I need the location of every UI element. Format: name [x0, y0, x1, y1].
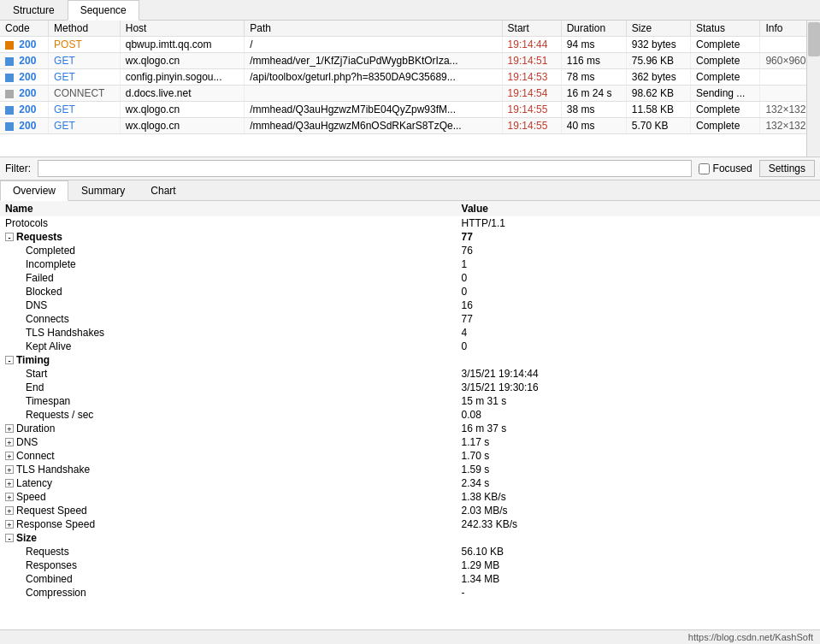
- summary-row: Connects 77: [0, 312, 820, 326]
- summary-group-name: -Requests: [0, 230, 457, 244]
- summary-row[interactable]: +Request Speed 2.03 MB/s: [0, 504, 820, 517]
- cell-host: d.docs.live.net: [120, 86, 245, 102]
- summary-row[interactable]: +Duration 16 m 37 s: [0, 422, 820, 435]
- col-header-status: Status: [690, 21, 759, 37]
- summary-row[interactable]: +Response Speed 242.33 KB/s: [0, 517, 820, 531]
- summary-cell-value: 3/15/21 19:30:16: [457, 381, 820, 394]
- table-row[interactable]: 200 GET wx.qlogo.cn /mmhead/ver_1/KfZj7i…: [0, 53, 820, 69]
- summary-cell-name: TLS Handshakes: [0, 326, 457, 340]
- filter-bar: Filter: Focused Settings: [0, 157, 820, 180]
- tab-summary[interactable]: Summary: [68, 180, 138, 200]
- table-row[interactable]: 200 GET wx.qlogo.cn /mmhead/Q3auHgzwzM7i…: [0, 102, 820, 118]
- summary-cell-name: +Connect: [0, 449, 457, 463]
- cell-size: 5.70 KB: [626, 118, 690, 134]
- summary-cell-value: 2.03 MB/s: [457, 504, 820, 517]
- summary-cell-name: Combined: [0, 572, 457, 586]
- table-row[interactable]: 200 POST qbwup.imtt.qq.com / 19:14:44 94…: [0, 37, 820, 53]
- tab-sequence[interactable]: Sequence: [68, 0, 139, 21]
- filter-label: Filter:: [5, 162, 31, 174]
- cell-status: Sending ...: [690, 86, 759, 102]
- table-row[interactable]: 200 GET wx.qlogo.cn /mmhead/Q3auHgzwzM6n…: [0, 118, 820, 134]
- focused-checkbox[interactable]: [699, 163, 710, 174]
- status-bar: https://blog.csdn.net/KashSoft: [0, 629, 820, 644]
- summary-row: Responses 1.29 MB: [0, 558, 820, 572]
- cell-start: 19:14:51: [502, 53, 561, 69]
- summary-group-value: [457, 353, 820, 367]
- summary-group-header[interactable]: -Requests 77: [0, 230, 820, 244]
- summary-row[interactable]: +Connect 1.70 s: [0, 449, 820, 463]
- summary-cell-value: 242.33 KB/s: [457, 517, 820, 531]
- summary-cell-name: Blocked: [0, 285, 457, 298]
- requests-table: Code Method Host Path Start Duration Siz…: [0, 21, 820, 134]
- cell-path: /api/toolbox/geturl.php?h=8350DA9C35689.…: [245, 69, 502, 86]
- cell-start: 19:14:55: [502, 102, 561, 118]
- summary-cell-value: 0.08: [457, 408, 820, 422]
- cell-code: 200: [0, 53, 49, 69]
- summary-group-value: 77: [457, 230, 820, 244]
- tab-chart[interactable]: Chart: [138, 180, 188, 200]
- cell-path: /mmhead/Q3auHgzwzM6nOSdRKarS8TzQe...: [245, 118, 502, 134]
- cell-status: Complete: [690, 37, 759, 53]
- requests-table-area: Code Method Host Path Start Duration Siz…: [0, 21, 820, 157]
- cell-size: 11.58 KB: [626, 102, 690, 118]
- cell-duration: 94 ms: [561, 37, 626, 53]
- summary-row: Compression -: [0, 586, 820, 600]
- summary-cell-name: Completed: [0, 244, 457, 257]
- summary-row: Completed 76: [0, 244, 820, 257]
- summary-row: Combined 1.34 MB: [0, 572, 820, 586]
- summary-cell-name: +Latency: [0, 476, 457, 490]
- summary-row[interactable]: +TLS Handshake 1.59 s: [0, 463, 820, 476]
- table-row[interactable]: 200 GET config.pinyin.sogou... /api/tool…: [0, 69, 820, 86]
- summary-row: Incomplete 1: [0, 257, 820, 271]
- summary-row[interactable]: +Speed 1.38 KB/s: [0, 490, 820, 504]
- summary-cell-name: Connects: [0, 312, 457, 326]
- col-header-start: Start: [502, 21, 561, 37]
- summary-group-header[interactable]: -Size: [0, 531, 820, 545]
- summary-cell-name: +Response Speed: [0, 517, 457, 531]
- tab-structure[interactable]: Structure: [0, 0, 68, 20]
- settings-button[interactable]: Settings: [759, 160, 815, 177]
- cell-path: [245, 86, 502, 102]
- summary-cell-value: 76: [457, 244, 820, 257]
- cell-start: 19:14:44: [502, 37, 561, 53]
- summary-cell-value: 16: [457, 298, 820, 312]
- table-row[interactable]: 200 CONNECT d.docs.live.net 19:14:54 16 …: [0, 86, 820, 102]
- cell-host: wx.qlogo.cn: [120, 53, 245, 69]
- summary-cell-value: 1.34 MB: [457, 572, 820, 586]
- summary-cell-value: HTTP/1.1: [457, 216, 820, 230]
- summary-cell-name: Failed: [0, 271, 457, 285]
- summary-cell-value: 4: [457, 326, 820, 340]
- summary-group-name: -Timing: [0, 353, 457, 367]
- cell-duration: 116 ms: [561, 53, 626, 69]
- summary-cell-value: -: [457, 586, 820, 600]
- cell-code: 200: [0, 37, 49, 53]
- filter-input[interactable]: [38, 160, 692, 177]
- cell-method: GET: [49, 118, 121, 134]
- summary-group-header[interactable]: -Timing: [0, 353, 820, 367]
- focused-checkbox-area: Focused: [699, 162, 752, 174]
- summary-cell-name: Requests: [0, 545, 457, 558]
- summary-row: Start 3/15/21 19:14:44: [0, 367, 820, 381]
- summary-cell-value: 0: [457, 271, 820, 285]
- col-header-size: Size: [626, 21, 690, 37]
- summary-row[interactable]: +Latency 2.34 s: [0, 476, 820, 490]
- summary-cell-name: Kept Alive: [0, 340, 457, 353]
- tab-overview[interactable]: Overview: [0, 180, 68, 201]
- summary-cell-value: 1.38 KB/s: [457, 490, 820, 504]
- scrollbar[interactable]: [806, 21, 820, 157]
- cell-host: wx.qlogo.cn: [120, 118, 245, 134]
- summary-cell-name: Responses: [0, 558, 457, 572]
- summary-group-value: [457, 531, 820, 545]
- summary-cell-value: 16 m 37 s: [457, 422, 820, 435]
- summary-header-row: Name Value: [0, 201, 820, 216]
- summary-row[interactable]: +DNS 1.17 s: [0, 435, 820, 449]
- summary-row: DNS 16: [0, 298, 820, 312]
- cell-host: wx.qlogo.cn: [120, 102, 245, 118]
- cell-code: 200: [0, 118, 49, 134]
- summary-col-value: Value: [457, 201, 820, 216]
- summary-cell-value: 1.70 s: [457, 449, 820, 463]
- cell-method: CONNECT: [49, 86, 121, 102]
- summary-row: Kept Alive 0: [0, 340, 820, 353]
- col-header-code: Code: [0, 21, 49, 37]
- col-header-duration: Duration: [561, 21, 626, 37]
